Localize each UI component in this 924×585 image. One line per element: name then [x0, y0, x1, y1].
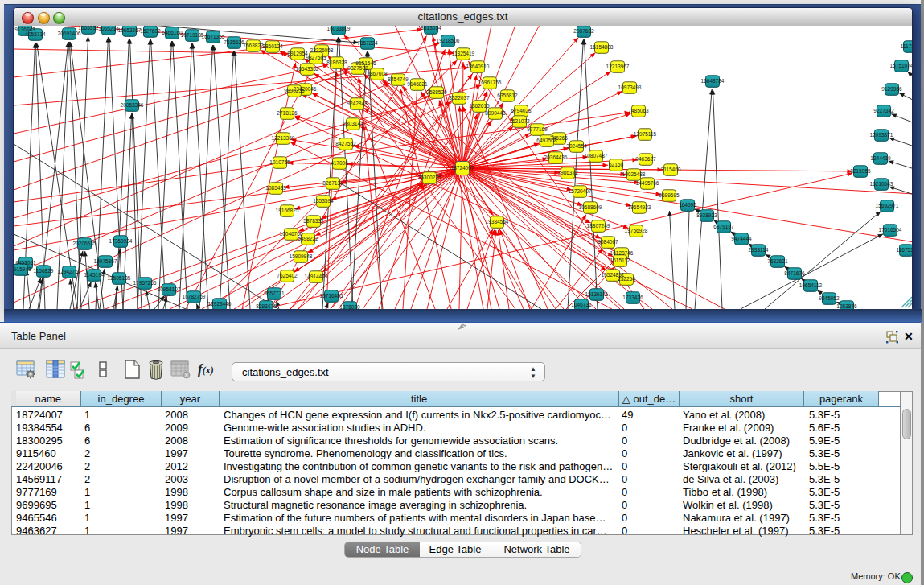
- svg-text:62160: 62160: [609, 162, 623, 167]
- svg-text:9245052: 9245052: [819, 295, 840, 301]
- svg-text:3024554: 3024554: [566, 143, 587, 149]
- svg-text:10719185: 10719185: [181, 32, 204, 38]
- svg-text:16782759: 16782759: [183, 294, 206, 299]
- svg-text:14495766: 14495766: [636, 180, 659, 186]
- svg-text:9084067: 9084067: [598, 239, 618, 245]
- svg-text:1145194: 1145194: [84, 272, 105, 278]
- svg-text:10958107: 10958107: [158, 286, 181, 292]
- svg-text:2933114: 2933114: [749, 247, 769, 253]
- svg-text:8860124: 8860124: [262, 43, 283, 49]
- svg-text:3915943: 3915943: [14, 266, 31, 272]
- svg-text:9453061: 9453061: [15, 260, 36, 266]
- svg-text:1065214: 1065214: [98, 26, 119, 31]
- svg-text:9242848: 9242848: [347, 101, 368, 106]
- svg-text:15692971: 15692971: [876, 203, 899, 208]
- svg-text:1117364: 1117364: [901, 43, 912, 49]
- svg-text:9327508: 9327508: [347, 65, 368, 71]
- svg-text:164095: 164095: [679, 202, 696, 208]
- svg-text:8215955: 8215955: [850, 168, 871, 174]
- svg-text:10688609: 10688609: [579, 204, 602, 210]
- svg-text:12975115: 12975115: [634, 131, 657, 137]
- svg-text:11325419: 11325419: [452, 51, 475, 56]
- svg-text:23226058: 23226058: [310, 47, 334, 53]
- svg-text:1353594: 1353594: [313, 198, 334, 204]
- svg-text:8186328: 8186328: [326, 60, 347, 65]
- svg-text:7986372: 7986372: [557, 170, 578, 175]
- svg-text:9474444: 9474444: [731, 236, 752, 241]
- svg-text:1085493: 1085493: [265, 185, 286, 191]
- svg-text:17957255: 17957255: [133, 280, 157, 286]
- svg-text:12093871: 12093871: [870, 132, 893, 138]
- svg-text:2803144: 2803144: [343, 121, 363, 126]
- svg-text:9227342: 9227342: [873, 108, 894, 113]
- svg-text:25300275: 25300275: [418, 175, 441, 180]
- svg-text:7515526: 7515526: [224, 39, 244, 45]
- svg-text:12213967: 12213967: [606, 64, 630, 69]
- svg-text:20206535: 20206535: [73, 241, 97, 246]
- svg-text:12923446: 12923446: [208, 301, 232, 307]
- svg-text:8427552: 8427552: [335, 141, 356, 146]
- svg-text:18807249: 18807249: [587, 223, 610, 229]
- svg-text:12213369: 12213369: [272, 135, 295, 141]
- svg-text:1527602: 1527602: [140, 28, 161, 34]
- svg-text:19218506: 19218506: [437, 38, 460, 43]
- svg-text:15909948: 15909948: [290, 253, 313, 259]
- svg-text:8267130: 8267130: [322, 180, 343, 186]
- svg-text:10025488: 10025488: [622, 171, 646, 177]
- svg-text:20364436: 20364436: [544, 154, 568, 160]
- svg-text:1167534: 1167534: [897, 247, 912, 253]
- svg-text:9463627: 9463627: [635, 156, 656, 162]
- svg-text:12505135: 12505135: [108, 275, 131, 281]
- svg-text:1065332: 1065332: [78, 26, 99, 31]
- svg-text:8990448: 8990448: [485, 110, 506, 116]
- svg-text:8454749: 8454749: [388, 76, 409, 82]
- svg-text:2718126: 2718126: [277, 110, 298, 116]
- svg-text:10807487: 10807487: [585, 153, 608, 159]
- svg-text:8938923: 8938923: [696, 212, 717, 218]
- svg-text:8322037: 8322037: [449, 95, 470, 101]
- svg-text:15136141: 15136141: [585, 291, 609, 297]
- svg-text:7663822: 7663822: [243, 43, 264, 48]
- svg-text:19654923: 19654923: [628, 204, 651, 210]
- svg-text:15720407: 15720407: [569, 188, 592, 194]
- svg-text:2867608: 2867608: [367, 71, 388, 76]
- svg-text:1046731: 1046731: [571, 302, 592, 307]
- svg-text:16543362: 16543362: [296, 66, 319, 72]
- svg-text:9890235: 9890235: [284, 88, 305, 93]
- svg-text:20053346: 20053346: [121, 102, 144, 108]
- svg-text:7857224: 7857224: [357, 40, 378, 46]
- svg-text:12942757: 12942757: [58, 269, 81, 274]
- svg-text:8813054: 8813054: [421, 26, 441, 31]
- svg-text:16648784: 16648784: [701, 78, 725, 84]
- svg-text:1053876: 1053876: [836, 303, 857, 309]
- svg-text:16210643: 16210643: [870, 181, 893, 187]
- svg-text:2588520: 2588520: [426, 89, 447, 95]
- svg-text:7485063: 7485063: [628, 108, 649, 113]
- svg-text:10973493: 10973493: [618, 84, 642, 90]
- svg-text:6794028: 6794028: [511, 108, 532, 113]
- svg-text:417006: 417006: [331, 160, 348, 166]
- svg-text:1733426: 1733426: [622, 295, 643, 300]
- svg-text:8471676: 8471676: [784, 270, 805, 276]
- svg-text:9146821: 9146821: [407, 81, 428, 87]
- svg-text:4055714: 4055714: [25, 31, 46, 37]
- svg-text:9115460: 9115460: [661, 167, 681, 172]
- svg-text:5878332: 5878332: [303, 218, 324, 224]
- svg-text:15751074: 15751074: [890, 63, 912, 68]
- svg-text:1615112: 1615112: [610, 257, 630, 263]
- svg-text:19756928: 19756928: [625, 228, 648, 233]
- svg-text:5498222: 5498222: [298, 236, 318, 241]
- svg-text:15716485: 15716485: [320, 293, 343, 299]
- svg-text:17359924: 17359924: [109, 238, 133, 244]
- svg-text:8912954: 8912954: [287, 51, 308, 56]
- svg-text:16154808: 16154808: [590, 44, 614, 50]
- svg-text:17016504: 17016504: [879, 227, 902, 233]
- svg-text:7625402: 7625402: [277, 273, 298, 278]
- svg-text:1621072: 1621072: [509, 118, 530, 124]
- svg-text:9777169: 9777169: [527, 126, 548, 132]
- svg-text:9657771: 9657771: [264, 290, 285, 296]
- svg-text:19384554: 19384554: [486, 219, 509, 225]
- svg-text:2087682: 2087682: [573, 28, 594, 34]
- svg-text:1244419: 1244419: [870, 155, 891, 161]
- svg-text:14914479: 14914479: [305, 274, 328, 279]
